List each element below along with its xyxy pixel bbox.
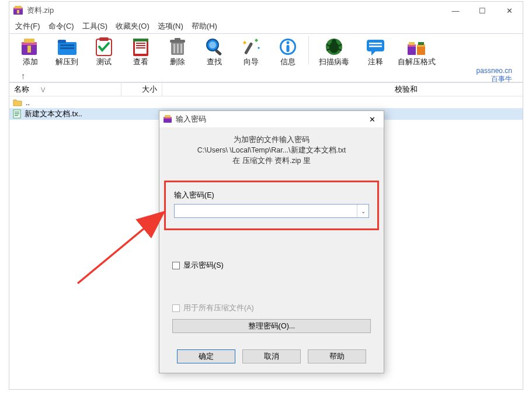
list-item-name: 新建文本文档.tx.. bbox=[25, 109, 128, 119]
menu-command[interactable]: 命令(C) bbox=[45, 20, 78, 33]
toolbar-view-button[interactable]: 查看 bbox=[122, 35, 159, 69]
toolbar-separator bbox=[308, 36, 309, 64]
svg-rect-43 bbox=[369, 46, 382, 47]
dialog-icon bbox=[163, 115, 172, 124]
window-title: 资料.zip bbox=[27, 5, 442, 16]
dialog-body: 为加密的文件输入密码 C:\Users\ \Local\Temp\Rar...\… bbox=[159, 127, 384, 172]
column-checksum-label: 校验和 bbox=[395, 84, 418, 95]
toolbar-extract-button[interactable]: 解压到 bbox=[48, 35, 85, 69]
menu-help[interactable]: 帮助(H) bbox=[188, 20, 221, 33]
menu-file[interactable]: 文件(F) bbox=[12, 20, 44, 33]
toolbar-add-label: 添加 bbox=[23, 57, 38, 67]
column-checksum[interactable]: 校验和 bbox=[390, 83, 437, 96]
svg-rect-25 bbox=[180, 44, 182, 53]
dialog-archive-line: 在 压缩文件 资料.zip 里 bbox=[168, 156, 375, 166]
titlebar: 资料.zip — ☐ ✕ bbox=[9, 2, 523, 19]
up-one-level-button[interactable]: ↑ bbox=[15, 71, 26, 81]
show-password-checkbox[interactable]: 显示密码(S) bbox=[172, 261, 384, 271]
password-dropdown-button[interactable]: ⌄ bbox=[357, 205, 368, 217]
menu-tools[interactable]: 工具(S) bbox=[79, 20, 111, 33]
svg-rect-11 bbox=[60, 47, 74, 49]
column-gap bbox=[162, 83, 390, 96]
toolbar-sfx-label: 自解压格式 bbox=[398, 57, 436, 67]
svg-rect-56 bbox=[165, 115, 171, 117]
text-file-icon bbox=[13, 109, 21, 119]
toolbar-add-button[interactable]: 添加 bbox=[12, 35, 48, 69]
svg-rect-9 bbox=[58, 40, 66, 43]
dialog-path: C:\Users\ \Local\Temp\Rar...\新建文本文档.txt bbox=[168, 145, 375, 155]
svg-rect-10 bbox=[60, 44, 74, 46]
toolbar-info-button[interactable]: 信息 bbox=[269, 35, 306, 69]
dialog-titlebar: 输入密码 ✕ bbox=[159, 111, 384, 127]
toolbar: 添加 解压到 测试 查看 bbox=[12, 35, 520, 69]
toolbar-wizard-button[interactable]: 向导 bbox=[232, 35, 269, 69]
help-label: 帮助 bbox=[329, 352, 345, 362]
svg-rect-33 bbox=[286, 45, 289, 52]
maximize-button[interactable]: ☐ bbox=[469, 2, 496, 19]
svg-rect-23 bbox=[173, 44, 175, 53]
menu-favorites[interactable]: 收藏夹(O) bbox=[112, 20, 153, 33]
organize-passwords-button[interactable]: 整理密码(O)... bbox=[172, 319, 371, 333]
svg-rect-18 bbox=[136, 47, 145, 48]
info-icon bbox=[276, 36, 300, 57]
cancel-button[interactable]: 取消 bbox=[242, 349, 301, 363]
minimize-button[interactable]: — bbox=[442, 2, 469, 19]
column-size[interactable]: 大小 bbox=[121, 83, 162, 96]
dialog-close-button[interactable]: ✕ bbox=[360, 111, 384, 127]
toolbar-find-button[interactable]: 查找 bbox=[196, 35, 232, 69]
password-input[interactable] bbox=[175, 205, 357, 217]
menu-options[interactable]: 选项(N) bbox=[154, 20, 187, 33]
chevron-down-icon: ⌄ bbox=[361, 208, 366, 214]
toolbar-extract-label: 解压到 bbox=[55, 57, 78, 67]
toolbar-test-label: 测试 bbox=[96, 57, 112, 67]
toolbar-sfx-button[interactable]: 自解压格式 bbox=[394, 35, 439, 69]
folder-extract-icon bbox=[55, 36, 79, 57]
trash-icon bbox=[165, 36, 190, 57]
toolbar-scanvirus-label: 扫描病毒 bbox=[319, 57, 349, 67]
app-icon bbox=[13, 5, 23, 16]
svg-rect-3 bbox=[17, 10, 19, 13]
list-item[interactable]: .. bbox=[9, 96, 523, 108]
search-icon bbox=[202, 36, 227, 57]
close-icon: ✕ bbox=[369, 115, 375, 124]
column-size-label: 大小 bbox=[142, 84, 157, 95]
watermark-line1: passneo.cn bbox=[477, 67, 512, 75]
svg-rect-28 bbox=[214, 49, 221, 56]
checkbox-icon bbox=[172, 262, 180, 269]
svg-rect-2 bbox=[15, 6, 22, 8]
ok-button[interactable]: 确定 bbox=[177, 349, 235, 363]
column-headers: 名称 ⋁ 大小 校验和 bbox=[9, 82, 523, 96]
toolbar-delete-label: 删除 bbox=[170, 57, 185, 67]
svg-rect-53 bbox=[15, 115, 18, 116]
show-password-label: 显示密码(S) bbox=[183, 261, 224, 271]
help-button[interactable]: 帮助 bbox=[308, 349, 366, 363]
toolbar-test-button[interactable]: 测试 bbox=[85, 35, 122, 69]
toolbar-info-label: 信息 bbox=[280, 57, 295, 67]
sort-caret-icon: ⋁ bbox=[41, 86, 45, 92]
svg-rect-7 bbox=[27, 46, 31, 53]
toolbar-delete-button[interactable]: 删除 bbox=[159, 35, 196, 69]
watermark-line2: 百事牛 bbox=[477, 75, 512, 83]
cancel-label: 取消 bbox=[264, 352, 279, 362]
password-dialog: 输入密码 ✕ 为加密的文件输入密码 C:\Users\ \Local\Temp\… bbox=[159, 110, 384, 373]
column-name[interactable]: 名称 ⋁ bbox=[9, 83, 121, 96]
dialog-title: 输入密码 bbox=[176, 114, 360, 124]
archive-add-icon bbox=[18, 36, 43, 57]
toolbar-area: 添加 解压到 测试 查看 bbox=[9, 33, 523, 82]
close-button[interactable]: ✕ bbox=[496, 2, 523, 19]
svg-rect-16 bbox=[136, 43, 145, 44]
svg-point-27 bbox=[209, 41, 216, 48]
toolbar-scanvirus-button[interactable]: 扫描病毒 bbox=[311, 35, 357, 69]
column-name-label: 名称 bbox=[14, 84, 29, 95]
wizard-icon bbox=[239, 36, 263, 57]
test-icon bbox=[92, 36, 116, 57]
list-item-name: .. bbox=[26, 98, 130, 107]
toolbar-comment-button[interactable]: 注释 bbox=[357, 35, 394, 69]
view-icon bbox=[128, 36, 153, 57]
svg-rect-6 bbox=[24, 39, 34, 43]
organize-passwords-label: 整理密码(O)... bbox=[248, 321, 295, 331]
svg-point-36 bbox=[332, 39, 336, 44]
svg-point-32 bbox=[286, 41, 289, 44]
svg-rect-22 bbox=[175, 38, 180, 40]
checkbox-icon bbox=[172, 304, 180, 312]
